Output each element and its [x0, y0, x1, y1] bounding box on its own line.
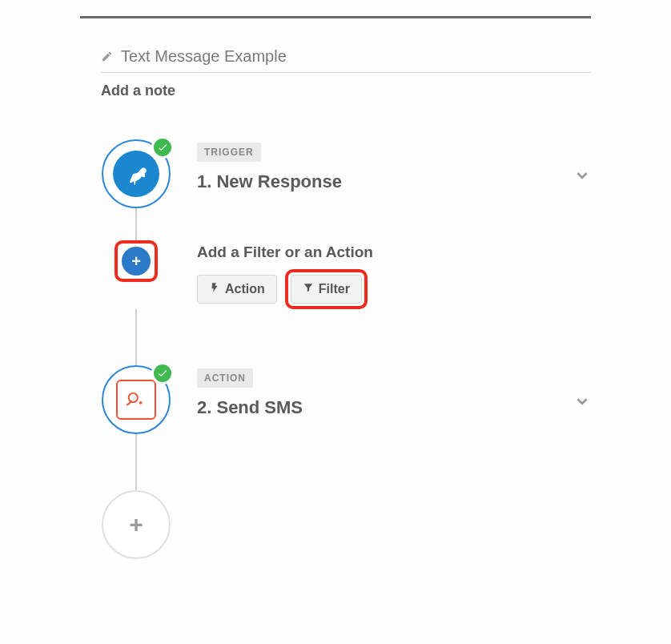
plus-icon: +	[131, 252, 141, 271]
connector-line	[135, 434, 137, 490]
action-circle	[102, 365, 171, 434]
add-step-prompt: Add a Filter or an Action	[197, 244, 591, 261]
action-button-label: Action	[225, 282, 265, 296]
filter-button-highlight: Filter	[285, 269, 368, 309]
end-add-button[interactable]: +	[102, 490, 171, 559]
connector-line	[135, 309, 137, 365]
connector-line	[135, 208, 137, 240]
workflow-title: Text Message Example	[121, 47, 287, 66]
kangaroo-icon	[113, 151, 159, 197]
trigger-title: 1. New Response	[197, 171, 591, 192]
svg-point-0	[129, 393, 138, 402]
chevron-down-icon[interactable]	[573, 392, 591, 413]
end-add-step: +	[101, 490, 591, 559]
filter-button-label: Filter	[319, 282, 350, 296]
action-step[interactable]: ACTION 2. Send SMS	[101, 365, 591, 434]
check-icon	[151, 362, 174, 384]
check-icon	[151, 136, 174, 159]
top-divider	[80, 16, 591, 18]
action-title: 2. Send SMS	[197, 397, 591, 418]
filter-button[interactable]: Filter	[291, 275, 362, 304]
trigger-step[interactable]: TRIGGER 1. New Response	[101, 139, 591, 208]
twilio-icon	[116, 380, 156, 420]
action-tag: ACTION	[197, 368, 253, 388]
chevron-down-icon[interactable]	[573, 167, 591, 187]
add-step-highlight: +	[115, 240, 158, 282]
workflow-title-row[interactable]: Text Message Example	[101, 42, 591, 73]
trigger-circle	[102, 139, 171, 208]
bolt-icon	[209, 282, 220, 296]
pencil-icon	[101, 50, 113, 62]
trigger-tag: TRIGGER	[197, 143, 261, 162]
add-note-link[interactable]: Add a note	[101, 83, 591, 99]
plus-icon: +	[129, 511, 143, 538]
funnel-icon	[303, 282, 314, 296]
svg-point-1	[139, 401, 143, 405]
action-button[interactable]: Action	[197, 275, 277, 304]
add-step-button[interactable]: +	[122, 247, 151, 276]
add-step-row: + Add a Filter or an Action Action	[101, 240, 591, 309]
